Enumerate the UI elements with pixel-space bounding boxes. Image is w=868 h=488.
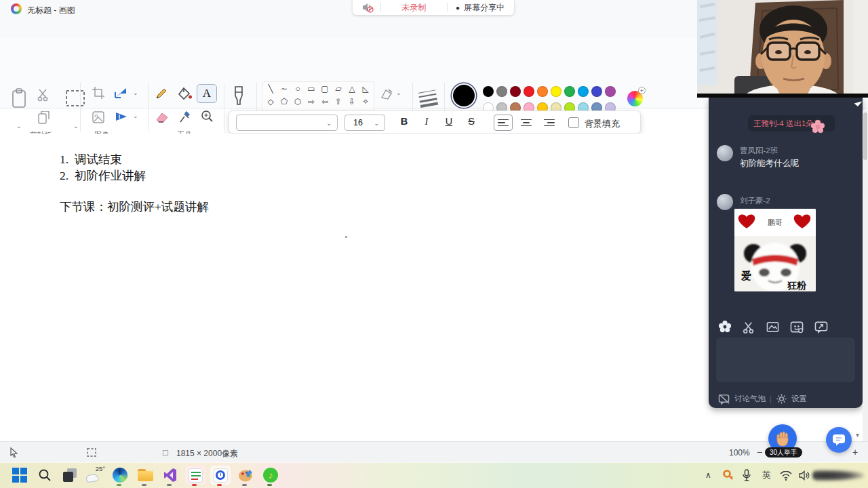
shape-tool[interactable]: ▱ — [335, 85, 341, 93]
taskbar-taskview-button[interactable] — [60, 466, 80, 485]
strikethrough-button[interactable]: S — [465, 116, 478, 127]
floating-collapse-icon[interactable]: ▾ — [856, 431, 859, 439]
discussion-bubbles-label[interactable]: 讨论气泡 — [734, 394, 766, 404]
scrollbar-track[interactable] — [863, 110, 868, 441]
chat-input-box[interactable] — [716, 338, 855, 382]
align-left-button[interactable] — [494, 115, 513, 131]
align-center-button[interactable] — [517, 115, 536, 131]
ime-indicator[interactable]: 英 — [762, 469, 771, 481]
paste-icon[interactable] — [11, 88, 27, 108]
palette-color[interactable] — [537, 86, 548, 97]
resize-icon[interactable] — [114, 85, 129, 99]
palette-color[interactable] — [564, 86, 575, 97]
shape-tool[interactable]: ◺ — [362, 85, 368, 93]
font-family-select[interactable]: ⌄ — [236, 115, 338, 131]
taskbar-edge-button[interactable] — [110, 466, 130, 485]
select-dropdown-icon[interactable]: ⌄ — [73, 123, 79, 129]
shape-tool[interactable]: ⇨ — [308, 98, 315, 106]
recording-status[interactable]: 未录制 — [381, 2, 447, 14]
background-fill-checkbox[interactable] — [568, 117, 579, 128]
footer-divider: | — [770, 395, 772, 403]
foreground-color-swatch[interactable] — [453, 85, 475, 106]
palette-color[interactable] — [496, 86, 507, 97]
flip-icon[interactable] — [114, 110, 129, 123]
chat-sticker-image[interactable]: 鹏哥 爱 狂粉 — [734, 209, 816, 291]
brush-icon[interactable] — [233, 85, 245, 108]
rotate-icon[interactable] — [92, 111, 104, 123]
cut-icon[interactable] — [37, 88, 50, 102]
add-color-icon[interactable]: + — [638, 87, 646, 94]
taskbar-search-button[interactable] — [35, 466, 55, 485]
outline-dropdown-icon[interactable]: ⌄ — [396, 89, 401, 96]
zoom-in-button[interactable]: + — [852, 447, 858, 458]
align-right-button[interactable] — [540, 115, 559, 131]
taskbar-clock-app-button[interactable] — [210, 466, 231, 485]
shape-tool[interactable]: ⇦ — [321, 98, 328, 106]
palette-color[interactable] — [483, 86, 494, 97]
wifi-icon[interactable] — [780, 471, 792, 481]
screenshot-scissors-icon[interactable] — [743, 321, 755, 333]
palette-color[interactable] — [524, 86, 534, 97]
shape-tool[interactable]: △ — [349, 85, 355, 93]
italic-button[interactable]: I — [420, 116, 433, 127]
avatar[interactable] — [717, 145, 733, 161]
resize-dropdown-icon[interactable]: ⌄ — [133, 89, 138, 96]
eyedropper-icon[interactable] — [179, 110, 191, 123]
taskbar-start-button[interactable] — [9, 466, 30, 485]
taskbar-classroom-button[interactable] — [185, 466, 205, 485]
settings-gear-icon[interactable] — [776, 393, 787, 405]
palette-color[interactable] — [578, 86, 589, 97]
speaker-icon[interactable] — [799, 470, 810, 481]
eraser-icon[interactable] — [155, 111, 170, 123]
shape-tool[interactable]: ⬡ — [294, 98, 301, 106]
sogou-input-icon[interactable] — [723, 470, 734, 481]
shape-outline-icon[interactable] — [380, 88, 393, 100]
chat-toggle-button[interactable] — [826, 427, 852, 453]
discussion-bubbles-off-icon[interactable] — [718, 394, 730, 405]
pencil-icon[interactable] — [155, 87, 168, 100]
taskbar-explorer-button[interactable] — [135, 466, 155, 485]
taskbar-music-button[interactable]: ♪ — [260, 466, 281, 485]
crop-icon[interactable] — [92, 87, 104, 99]
select-icon[interactable] — [65, 89, 85, 107]
shape-tool[interactable]: ○ — [295, 85, 300, 93]
taskbar-weather-widget[interactable]: 25° — [85, 466, 105, 485]
palette-color[interactable] — [510, 86, 521, 97]
share-bubble-icon[interactable] — [814, 321, 828, 333]
copy-icon[interactable] — [38, 111, 50, 125]
sharing-status[interactable]: 屏幕分享中 — [464, 2, 505, 14]
shape-tool[interactable]: ⇩ — [349, 98, 355, 106]
shape-tool[interactable]: ⬠ — [281, 98, 288, 106]
bold-button[interactable]: B — [397, 116, 411, 127]
scrollbar-thumb[interactable] — [863, 113, 867, 160]
tray-expand-icon[interactable]: ∧ — [705, 470, 711, 480]
image-upload-icon[interactable] — [766, 321, 779, 333]
shape-tool[interactable]: ╲ — [268, 85, 273, 93]
font-size-select[interactable]: 16 ⌄ — [344, 115, 385, 131]
sticker-emoji-icon[interactable] — [790, 321, 804, 333]
shape-tool[interactable]: ▭ — [307, 85, 315, 93]
send-flower-icon[interactable] — [718, 320, 732, 333]
shape-tool[interactable]: ⇧ — [335, 98, 342, 106]
flip-dropdown-icon[interactable]: ⌄ — [133, 113, 138, 119]
shape-tool[interactable]: ▢ — [321, 85, 328, 93]
taskbar-visualstudio-button[interactable] — [160, 466, 180, 485]
palette-color[interactable] — [605, 86, 616, 97]
underline-button[interactable]: U — [442, 116, 456, 127]
avatar[interactable] — [717, 194, 733, 210]
size-icon[interactable] — [416, 87, 439, 109]
text-tool-selected[interactable]: A — [197, 84, 217, 103]
taskbar-paint-button[interactable] — [235, 466, 256, 485]
settings-label[interactable]: 设置 — [791, 394, 807, 404]
palette-color[interactable] — [551, 86, 561, 97]
palette-color[interactable] — [591, 86, 602, 97]
magnifier-icon[interactable] — [201, 110, 214, 123]
muted-speaker-icon[interactable] — [362, 2, 374, 13]
fill-bucket-icon[interactable] — [178, 87, 193, 100]
shape-tool[interactable]: ◇ — [267, 98, 273, 106]
microphone-icon[interactable] — [742, 469, 751, 481]
paste-dropdown-icon[interactable]: ⌄ — [16, 123, 22, 129]
shape-tool[interactable]: ✧ — [362, 98, 369, 106]
shape-tool[interactable]: ∼ — [281, 85, 288, 93]
zoom-out-button[interactable]: − — [757, 447, 762, 458]
